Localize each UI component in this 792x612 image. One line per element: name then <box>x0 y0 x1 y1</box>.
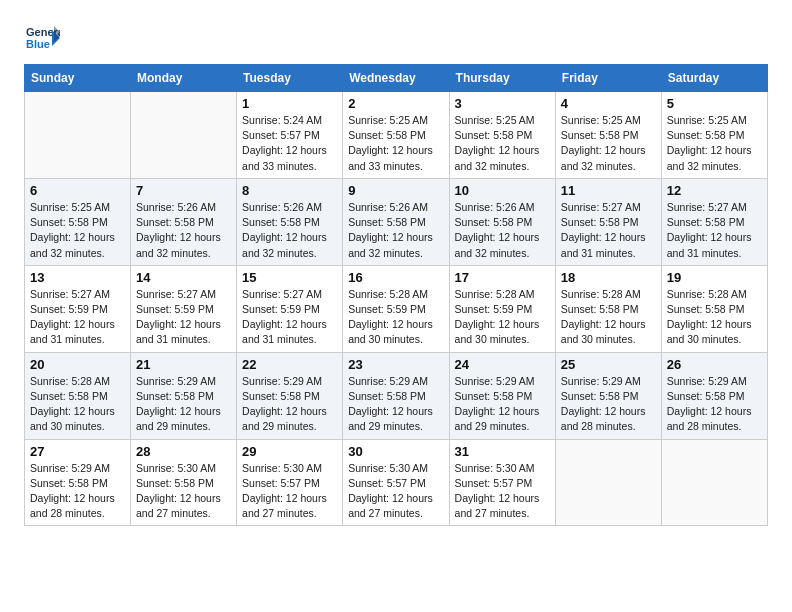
day-number: 18 <box>561 270 656 285</box>
day-cell: 7Sunrise: 5:26 AM Sunset: 5:58 PM Daylig… <box>131 178 237 265</box>
weekday-header-monday: Monday <box>131 65 237 92</box>
day-info: Sunrise: 5:27 AM Sunset: 5:59 PM Dayligh… <box>30 287 125 348</box>
day-cell <box>555 439 661 526</box>
day-cell: 31Sunrise: 5:30 AM Sunset: 5:57 PM Dayli… <box>449 439 555 526</box>
day-info: Sunrise: 5:28 AM Sunset: 5:58 PM Dayligh… <box>667 287 762 348</box>
weekday-header-saturday: Saturday <box>661 65 767 92</box>
day-cell: 15Sunrise: 5:27 AM Sunset: 5:59 PM Dayli… <box>237 265 343 352</box>
day-number: 27 <box>30 444 125 459</box>
day-info: Sunrise: 5:25 AM Sunset: 5:58 PM Dayligh… <box>667 113 762 174</box>
day-info: Sunrise: 5:25 AM Sunset: 5:58 PM Dayligh… <box>561 113 656 174</box>
day-cell <box>131 92 237 179</box>
weekday-header-wednesday: Wednesday <box>343 65 449 92</box>
day-cell: 2Sunrise: 5:25 AM Sunset: 5:58 PM Daylig… <box>343 92 449 179</box>
day-info: Sunrise: 5:30 AM Sunset: 5:57 PM Dayligh… <box>348 461 443 522</box>
day-cell <box>661 439 767 526</box>
day-cell: 11Sunrise: 5:27 AM Sunset: 5:58 PM Dayli… <box>555 178 661 265</box>
day-number: 2 <box>348 96 443 111</box>
day-info: Sunrise: 5:28 AM Sunset: 5:59 PM Dayligh… <box>348 287 443 348</box>
day-cell: 10Sunrise: 5:26 AM Sunset: 5:58 PM Dayli… <box>449 178 555 265</box>
day-cell: 22Sunrise: 5:29 AM Sunset: 5:58 PM Dayli… <box>237 352 343 439</box>
day-number: 31 <box>455 444 550 459</box>
weekday-header-thursday: Thursday <box>449 65 555 92</box>
day-cell <box>25 92 131 179</box>
day-info: Sunrise: 5:26 AM Sunset: 5:58 PM Dayligh… <box>455 200 550 261</box>
week-row-2: 6Sunrise: 5:25 AM Sunset: 5:58 PM Daylig… <box>25 178 768 265</box>
day-number: 12 <box>667 183 762 198</box>
day-info: Sunrise: 5:30 AM Sunset: 5:57 PM Dayligh… <box>455 461 550 522</box>
day-cell: 4Sunrise: 5:25 AM Sunset: 5:58 PM Daylig… <box>555 92 661 179</box>
calendar-table: SundayMondayTuesdayWednesdayThursdayFrid… <box>24 64 768 526</box>
day-number: 16 <box>348 270 443 285</box>
day-number: 25 <box>561 357 656 372</box>
day-number: 13 <box>30 270 125 285</box>
day-info: Sunrise: 5:29 AM Sunset: 5:58 PM Dayligh… <box>30 461 125 522</box>
day-number: 17 <box>455 270 550 285</box>
day-info: Sunrise: 5:29 AM Sunset: 5:58 PM Dayligh… <box>348 374 443 435</box>
weekday-header-row: SundayMondayTuesdayWednesdayThursdayFrid… <box>25 65 768 92</box>
day-cell: 23Sunrise: 5:29 AM Sunset: 5:58 PM Dayli… <box>343 352 449 439</box>
day-info: Sunrise: 5:27 AM Sunset: 5:59 PM Dayligh… <box>242 287 337 348</box>
day-cell: 1Sunrise: 5:24 AM Sunset: 5:57 PM Daylig… <box>237 92 343 179</box>
day-info: Sunrise: 5:25 AM Sunset: 5:58 PM Dayligh… <box>348 113 443 174</box>
day-number: 20 <box>30 357 125 372</box>
day-cell: 14Sunrise: 5:27 AM Sunset: 5:59 PM Dayli… <box>131 265 237 352</box>
day-number: 26 <box>667 357 762 372</box>
day-cell: 24Sunrise: 5:29 AM Sunset: 5:58 PM Dayli… <box>449 352 555 439</box>
day-number: 8 <box>242 183 337 198</box>
day-number: 29 <box>242 444 337 459</box>
day-cell: 21Sunrise: 5:29 AM Sunset: 5:58 PM Dayli… <box>131 352 237 439</box>
day-number: 23 <box>348 357 443 372</box>
day-number: 4 <box>561 96 656 111</box>
day-cell: 5Sunrise: 5:25 AM Sunset: 5:58 PM Daylig… <box>661 92 767 179</box>
logo: General Blue <box>24 20 60 56</box>
week-row-4: 20Sunrise: 5:28 AM Sunset: 5:58 PM Dayli… <box>25 352 768 439</box>
day-number: 5 <box>667 96 762 111</box>
day-number: 30 <box>348 444 443 459</box>
day-info: Sunrise: 5:29 AM Sunset: 5:58 PM Dayligh… <box>242 374 337 435</box>
day-info: Sunrise: 5:29 AM Sunset: 5:58 PM Dayligh… <box>667 374 762 435</box>
day-cell: 19Sunrise: 5:28 AM Sunset: 5:58 PM Dayli… <box>661 265 767 352</box>
week-row-5: 27Sunrise: 5:29 AM Sunset: 5:58 PM Dayli… <box>25 439 768 526</box>
day-cell: 29Sunrise: 5:30 AM Sunset: 5:57 PM Dayli… <box>237 439 343 526</box>
day-number: 22 <box>242 357 337 372</box>
day-cell: 8Sunrise: 5:26 AM Sunset: 5:58 PM Daylig… <box>237 178 343 265</box>
day-cell: 20Sunrise: 5:28 AM Sunset: 5:58 PM Dayli… <box>25 352 131 439</box>
day-info: Sunrise: 5:30 AM Sunset: 5:57 PM Dayligh… <box>242 461 337 522</box>
week-row-1: 1Sunrise: 5:24 AM Sunset: 5:57 PM Daylig… <box>25 92 768 179</box>
day-number: 6 <box>30 183 125 198</box>
day-info: Sunrise: 5:25 AM Sunset: 5:58 PM Dayligh… <box>30 200 125 261</box>
day-info: Sunrise: 5:25 AM Sunset: 5:58 PM Dayligh… <box>455 113 550 174</box>
day-info: Sunrise: 5:28 AM Sunset: 5:58 PM Dayligh… <box>561 287 656 348</box>
day-info: Sunrise: 5:26 AM Sunset: 5:58 PM Dayligh… <box>242 200 337 261</box>
day-number: 15 <box>242 270 337 285</box>
day-info: Sunrise: 5:28 AM Sunset: 5:59 PM Dayligh… <box>455 287 550 348</box>
day-info: Sunrise: 5:26 AM Sunset: 5:58 PM Dayligh… <box>136 200 231 261</box>
day-info: Sunrise: 5:28 AM Sunset: 5:58 PM Dayligh… <box>30 374 125 435</box>
day-number: 14 <box>136 270 231 285</box>
day-cell: 27Sunrise: 5:29 AM Sunset: 5:58 PM Dayli… <box>25 439 131 526</box>
day-info: Sunrise: 5:29 AM Sunset: 5:58 PM Dayligh… <box>561 374 656 435</box>
day-cell: 17Sunrise: 5:28 AM Sunset: 5:59 PM Dayli… <box>449 265 555 352</box>
day-info: Sunrise: 5:27 AM Sunset: 5:58 PM Dayligh… <box>667 200 762 261</box>
week-row-3: 13Sunrise: 5:27 AM Sunset: 5:59 PM Dayli… <box>25 265 768 352</box>
day-info: Sunrise: 5:27 AM Sunset: 5:58 PM Dayligh… <box>561 200 656 261</box>
day-number: 24 <box>455 357 550 372</box>
day-cell: 26Sunrise: 5:29 AM Sunset: 5:58 PM Dayli… <box>661 352 767 439</box>
day-info: Sunrise: 5:26 AM Sunset: 5:58 PM Dayligh… <box>348 200 443 261</box>
day-number: 19 <box>667 270 762 285</box>
day-cell: 25Sunrise: 5:29 AM Sunset: 5:58 PM Dayli… <box>555 352 661 439</box>
day-number: 28 <box>136 444 231 459</box>
day-cell: 28Sunrise: 5:30 AM Sunset: 5:58 PM Dayli… <box>131 439 237 526</box>
day-number: 3 <box>455 96 550 111</box>
day-number: 10 <box>455 183 550 198</box>
day-cell: 9Sunrise: 5:26 AM Sunset: 5:58 PM Daylig… <box>343 178 449 265</box>
day-info: Sunrise: 5:27 AM Sunset: 5:59 PM Dayligh… <box>136 287 231 348</box>
weekday-header-friday: Friday <box>555 65 661 92</box>
page-header: General Blue <box>24 20 768 56</box>
weekday-header-tuesday: Tuesday <box>237 65 343 92</box>
day-cell: 6Sunrise: 5:25 AM Sunset: 5:58 PM Daylig… <box>25 178 131 265</box>
day-info: Sunrise: 5:29 AM Sunset: 5:58 PM Dayligh… <box>136 374 231 435</box>
day-info: Sunrise: 5:24 AM Sunset: 5:57 PM Dayligh… <box>242 113 337 174</box>
day-cell: 13Sunrise: 5:27 AM Sunset: 5:59 PM Dayli… <box>25 265 131 352</box>
